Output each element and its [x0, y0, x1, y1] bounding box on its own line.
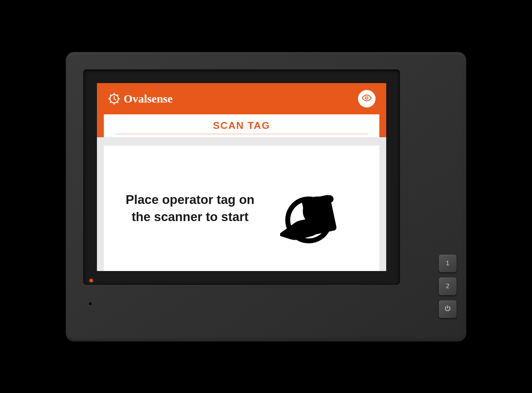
button-2-label: 2 — [446, 283, 450, 290]
hardware-button-power[interactable] — [438, 300, 457, 318]
button-1-label: 1 — [446, 260, 450, 267]
gear-clock-icon — [108, 92, 121, 105]
visibility-button[interactable] — [358, 90, 376, 107]
status-led — [90, 279, 93, 282]
power-icon — [444, 305, 451, 313]
hardware-button-2[interactable]: 2 — [438, 277, 457, 295]
page-title: SCAN TAG — [115, 120, 368, 134]
hardware-button-1[interactable]: 1 — [438, 254, 457, 273]
nfc-scan-icon — [269, 170, 368, 247]
instruction-text: Place operator tag on the scanner to sta… — [115, 191, 269, 225]
brand-name: Ovalsense — [124, 92, 172, 105]
svg-point-1 — [366, 96, 368, 99]
brand-logo: Ovalsense — [108, 92, 172, 105]
touchscreen[interactable]: Ovalsense SCAN TAG Place operator tag — [97, 83, 386, 271]
hardware-button-panel: 1 2 — [438, 254, 457, 318]
content-area: Place operator tag on the scanner to sta… — [104, 146, 379, 271]
title-section: SCAN TAG — [97, 114, 386, 137]
header-bar: Ovalsense — [97, 83, 386, 114]
screen-bezel: Ovalsense SCAN TAG Place operator tag — [83, 69, 400, 285]
device-frame: Ovalsense SCAN TAG Place operator tag — [66, 52, 466, 342]
microphone — [89, 302, 92, 305]
eye-icon — [362, 93, 372, 104]
